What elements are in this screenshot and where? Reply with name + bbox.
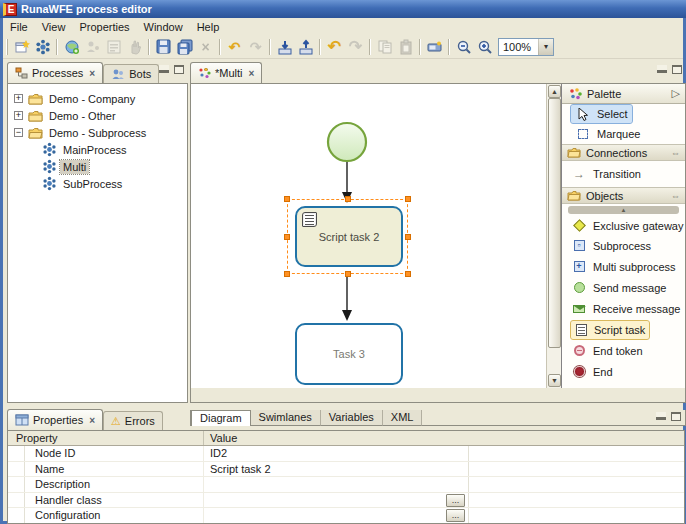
- palette-section-connections[interactable]: Connections ⇔: [562, 144, 685, 161]
- resize-handle-n[interactable]: [345, 196, 351, 202]
- palette-item-subprocess[interactable]: ▫ Subprocess: [562, 235, 685, 256]
- share-process-button[interactable]: [61, 37, 82, 57]
- tree-item-label-selected[interactable]: Multi: [60, 160, 89, 174]
- column-header-property[interactable]: Property: [8, 431, 204, 445]
- menu-file[interactable]: File: [3, 20, 35, 34]
- palette-item-transition[interactable]: → Transition: [562, 161, 685, 187]
- palette-pin-icon[interactable]: ▷: [672, 87, 685, 100]
- close-icon[interactable]: ×: [87, 68, 95, 79]
- delete-button[interactable]: ×: [195, 37, 216, 57]
- property-value[interactable]: ...: [204, 508, 469, 523]
- expand-icon[interactable]: +: [14, 94, 23, 103]
- property-value[interactable]: ...: [204, 493, 469, 508]
- resize-handle-sw[interactable]: [284, 271, 290, 277]
- resize-handle-nw[interactable]: [284, 196, 290, 202]
- simulation-button[interactable]: [124, 37, 145, 57]
- zoom-in-button[interactable]: [474, 37, 495, 57]
- palette-item-end-token[interactable]: End token: [562, 340, 685, 361]
- new-file-button[interactable]: [11, 37, 32, 57]
- tree-item-demo-company[interactable]: + Demo - Company: [8, 90, 187, 107]
- save-button[interactable]: [153, 37, 174, 57]
- tab-bots[interactable]: Bots: [103, 64, 159, 83]
- task3-node[interactable]: Task 3: [295, 323, 403, 385]
- zoom-level-combo[interactable]: 100% ▾: [498, 38, 554, 56]
- maximize-icon[interactable]: [672, 65, 682, 74]
- tree-item-mainprocess[interactable]: MainProcess: [8, 141, 187, 158]
- new-process-button[interactable]: [32, 37, 53, 57]
- table-row[interactable]: Description: [8, 477, 684, 493]
- maximize-icon[interactable]: [671, 412, 681, 421]
- minimize-icon[interactable]: [159, 65, 169, 73]
- minimize-icon[interactable]: [656, 412, 666, 420]
- menu-window[interactable]: Window: [137, 20, 190, 34]
- form-editor-button[interactable]: [103, 37, 124, 57]
- menu-properties[interactable]: Properties: [72, 20, 136, 34]
- resize-handle-se[interactable]: [405, 271, 411, 277]
- zoom-out-button[interactable]: [453, 37, 474, 57]
- assign-user-button[interactable]: [82, 37, 103, 57]
- table-row[interactable]: Handler class ...: [8, 493, 684, 509]
- tree-item-label[interactable]: MainProcess: [60, 143, 130, 157]
- palette-item-exclusive-gateway[interactable]: Exclusive gateway: [562, 216, 685, 235]
- undo-button[interactable]: ↶: [324, 37, 345, 57]
- resize-handle-s[interactable]: [345, 271, 351, 277]
- scroll-up-button[interactable]: ▲: [548, 85, 561, 98]
- collapse-icon[interactable]: ⇔: [671, 148, 685, 158]
- tree-item-demo-subprocess[interactable]: − Demo - Subprocess: [8, 124, 187, 141]
- expand-icon[interactable]: +: [14, 111, 23, 120]
- table-row[interactable]: Node ID ID2: [8, 446, 684, 462]
- palette-header[interactable]: Palette ▷: [562, 84, 685, 104]
- palette-tool-select[interactable]: Select: [562, 104, 685, 124]
- resize-handle-ne[interactable]: [405, 196, 411, 202]
- table-row[interactable]: Name Script task 2: [8, 462, 684, 478]
- zoom-combo-dropdown[interactable]: ▾: [538, 39, 553, 55]
- resize-handle-e[interactable]: [405, 234, 411, 240]
- table-row[interactable]: Configuration ...: [8, 508, 684, 524]
- property-value[interactable]: Script task 2: [204, 462, 469, 477]
- tree-item-label[interactable]: Demo - Company: [46, 92, 138, 106]
- property-value[interactable]: ID2: [204, 446, 469, 461]
- save-all-button[interactable]: [174, 37, 195, 57]
- minimize-icon[interactable]: [657, 65, 667, 73]
- tree-item-subprocess[interactable]: SubProcess: [8, 175, 187, 192]
- editor-tab-multi[interactable]: *Multi ×: [190, 62, 262, 83]
- start-node[interactable]: [328, 123, 366, 161]
- show-grid-button[interactable]: [424, 37, 445, 57]
- scrollbar-thumb[interactable]: [548, 98, 561, 348]
- handler-class-browse-button[interactable]: ...: [446, 494, 465, 507]
- revert-button[interactable]: ↶: [224, 37, 245, 57]
- export-button[interactable]: [295, 37, 316, 57]
- tree-item-label[interactable]: Demo - Subprocess: [46, 126, 149, 140]
- tree-item-multi[interactable]: Multi: [8, 158, 187, 175]
- palette-item-multi-subprocess[interactable]: + Multi subprocess: [562, 256, 685, 277]
- tab-processes[interactable]: Processes ×: [7, 62, 103, 83]
- property-value[interactable]: [204, 477, 469, 492]
- paste-button[interactable]: [395, 37, 416, 57]
- resize-handle-w[interactable]: [284, 234, 290, 240]
- palette-item-receive-message[interactable]: Receive message: [562, 298, 685, 319]
- tab-properties[interactable]: Properties ×: [7, 409, 103, 430]
- diagram-canvas[interactable]: Script task 2 Task 3: [191, 84, 546, 388]
- maximize-icon[interactable]: [174, 65, 184, 74]
- tree-item-demo-other[interactable]: + Demo - Other: [8, 107, 187, 124]
- collapse-icon[interactable]: ⇔: [671, 191, 685, 201]
- redo-button[interactable]: ↷: [345, 37, 366, 57]
- tree-item-label[interactable]: SubProcess: [60, 177, 125, 191]
- palette-item-script-task[interactable]: Script task: [562, 319, 685, 340]
- menu-help[interactable]: Help: [190, 20, 227, 34]
- palette-item-end[interactable]: End: [562, 361, 685, 382]
- palette-item-send-message[interactable]: Send message: [562, 277, 685, 298]
- script-task-node[interactable]: Script task 2: [295, 206, 403, 267]
- configuration-browse-button[interactable]: ...: [446, 509, 465, 522]
- collapse-icon[interactable]: −: [14, 128, 23, 137]
- title-bar[interactable]: E RunaWFE process editor: [0, 0, 686, 18]
- close-icon[interactable]: ×: [87, 415, 95, 426]
- canvas-vertical-scrollbar[interactable]: ▲ ▼: [546, 84, 561, 388]
- close-icon[interactable]: ×: [247, 68, 255, 79]
- menu-view[interactable]: View: [35, 20, 73, 34]
- palette-scroll-up-hint[interactable]: ▲: [568, 206, 679, 214]
- palette-tool-marquee[interactable]: Marquee: [562, 124, 685, 144]
- palette-section-objects[interactable]: Objects ⇔: [562, 187, 685, 204]
- copy-button[interactable]: [374, 37, 395, 57]
- import-button[interactable]: [274, 37, 295, 57]
